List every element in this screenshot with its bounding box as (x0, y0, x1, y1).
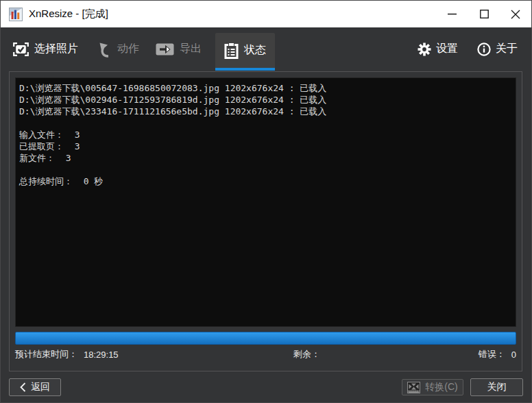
progress-fill (16, 332, 516, 344)
export-icon (156, 43, 174, 56)
info-icon (477, 42, 491, 56)
errors-value: 0 (511, 350, 516, 360)
tab-actions[interactable]: 动作 (95, 27, 142, 71)
log-line: 输入文件： 3 (19, 129, 512, 141)
tab-select-photos[interactable]: 选择照片 (10, 27, 81, 71)
toolbar: 选择照片 动作 导出 (1, 27, 531, 71)
log-line (19, 164, 512, 175)
remaining-status: 剩余： (293, 348, 320, 361)
chevron-left-icon (20, 382, 26, 392)
eta-status: 预计结束时间： 18:29:15 (15, 348, 119, 361)
close-label: 关闭 (487, 381, 507, 393)
app-window: XnResize - [完成] 选择照片 (0, 0, 532, 403)
remaining-label: 剩余： (293, 349, 320, 359)
convert-resize-icon (407, 382, 420, 393)
close-dialog-button[interactable]: 关闭 (470, 378, 523, 396)
about-label: 关于 (496, 42, 518, 56)
eta-value: 18:29:15 (84, 350, 119, 360)
log-console[interactable]: D:\浏览器下载\005647-16986850072083.jpg 1202x… (15, 77, 516, 327)
maximize-button[interactable] (468, 1, 500, 27)
maximize-icon (480, 10, 489, 19)
tab-export[interactable]: 导出 (153, 27, 204, 71)
status-clipboard-icon (224, 42, 239, 59)
tab-label: 状态 (244, 43, 266, 58)
gear-icon (418, 42, 431, 56)
log-line: 总持续时间： 0 秒 (19, 175, 512, 187)
tab-label: 导出 (180, 42, 202, 56)
log-line: D:\浏览器下载\005647-16986850072083.jpg 1202x… (19, 82, 512, 94)
settings-label: 设置 (436, 42, 458, 56)
tab-label: 动作 (117, 42, 139, 56)
action-arrow-icon (97, 41, 112, 58)
back-button[interactable]: 返回 (9, 378, 61, 396)
window-title: XnResize - [完成] (29, 8, 108, 21)
window-controls (437, 1, 531, 27)
minimize-icon (448, 13, 457, 15)
app-logo-icon (9, 8, 23, 21)
back-label: 返回 (31, 381, 50, 393)
log-line (19, 117, 512, 129)
status-bar: 预计结束时间： 18:29:15 剩余： 错误： 0 (15, 345, 516, 364)
log-line: D:\浏览器下载\233416-1711121656e5bd.jpg 1202x… (19, 106, 512, 117)
progress-bar (15, 332, 516, 345)
close-button[interactable] (500, 1, 531, 27)
errors-label: 错误： (479, 348, 505, 361)
tab-label: 选择照片 (34, 42, 78, 56)
convert-button[interactable]: 转换(C) (402, 379, 463, 395)
about-button[interactable]: 关于 (477, 42, 518, 56)
eta-label: 预计结束时间： (15, 348, 77, 361)
errors-status: 错误： 0 (479, 348, 516, 361)
log-line: 新文件： 3 (19, 152, 512, 164)
title-bar: XnResize - [完成] (1, 1, 531, 27)
convert-label: 转换(C) (425, 381, 457, 393)
tab-status[interactable]: 状态 (215, 33, 275, 71)
toolbar-right-actions: 设置 关于 (418, 42, 531, 56)
footer-bar: 返回 转换(C) (9, 378, 523, 396)
log-line: 已提取页： 3 (19, 141, 512, 152)
log-line: D:\浏览器下载\002946-1712593786819d.jpg 1202x… (19, 94, 512, 106)
select-photos-icon (13, 42, 29, 56)
close-icon (511, 10, 520, 19)
status-panel: D:\浏览器下载\005647-16986850072083.jpg 1202x… (9, 71, 522, 371)
settings-button[interactable]: 设置 (418, 42, 458, 56)
minimize-button[interactable] (437, 1, 468, 27)
